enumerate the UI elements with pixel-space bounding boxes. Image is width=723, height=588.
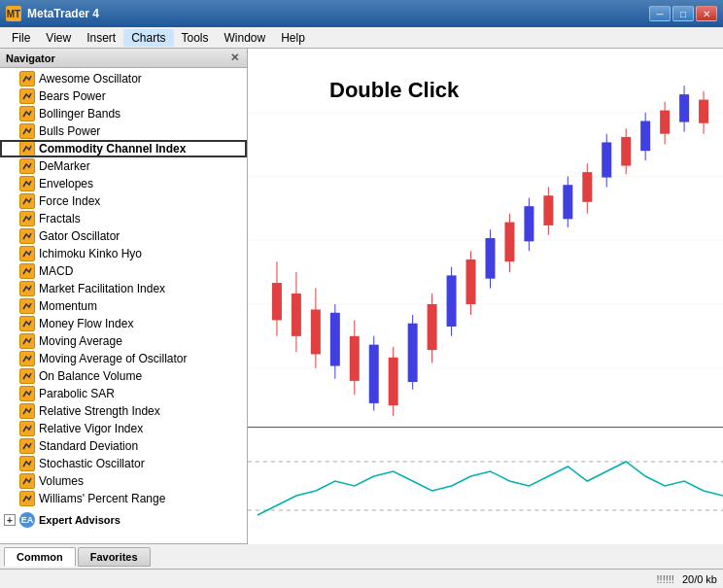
nav-label-mfi-market: Market Facilitation Index: [39, 282, 165, 295]
indicator-icon-volumes: [19, 473, 35, 489]
svg-rect-28: [486, 238, 496, 279]
nav-item-gator[interactable]: Gator Oscillator: [0, 227, 247, 245]
candlestick-chart[interactable]: Double Click: [248, 49, 723, 427]
nav-label-cci: Commodity Channel Index: [39, 142, 186, 156]
indicator-icon-std-dev: [19, 438, 35, 454]
nav-item-demarker[interactable]: DeMarker: [0, 157, 247, 175]
svg-rect-30: [504, 223, 514, 262]
svg-rect-24: [447, 275, 457, 327]
menu-file[interactable]: File: [4, 29, 38, 47]
navigator-title: Navigator: [6, 52, 55, 64]
nav-item-macd[interactable]: MACD: [0, 262, 247, 280]
menu-bar: File View Insert Charts Tools Window Hel…: [0, 27, 723, 49]
svg-rect-10: [311, 309, 321, 354]
svg-rect-20: [408, 324, 418, 382]
nav-label-volumes: Volumes: [39, 474, 84, 488]
menu-view[interactable]: View: [38, 29, 79, 47]
nav-item-moving-avg-osc[interactable]: Moving Average of Oscillator: [0, 350, 247, 367]
menu-insert[interactable]: Insert: [79, 29, 123, 47]
nav-item-williams[interactable]: Williams' Percent Range: [0, 490, 247, 507]
indicator-icon-gator: [19, 228, 35, 244]
expert-advisors-label: Expert Advisors: [39, 514, 120, 526]
nav-label-bollinger-bands: Bollinger Bands: [39, 107, 120, 121]
menu-tools[interactable]: Tools: [174, 29, 217, 47]
nav-item-fractals[interactable]: Fractals: [0, 210, 247, 227]
indicator-icon-bollinger: [19, 106, 35, 121]
chart-area[interactable]: Double Click: [248, 49, 723, 543]
nav-item-bulls-power[interactable]: Bulls Power: [0, 122, 247, 140]
svg-rect-44: [640, 121, 650, 152]
nav-label-demarker: DeMarker: [39, 159, 90, 173]
nav-item-bollinger-bands[interactable]: Bollinger Bands: [0, 105, 247, 122]
nav-item-bears-power[interactable]: Bears Power: [0, 87, 247, 105]
nav-item-parabolic[interactable]: Parabolic SAR: [0, 385, 247, 402]
svg-rect-22: [428, 304, 437, 350]
svg-rect-16: [369, 345, 379, 403]
expand-expert-icon: +: [4, 514, 16, 526]
nav-item-rsi[interactable]: Relative Strength Index: [0, 402, 247, 420]
nav-item-money-flow[interactable]: Money Flow Index: [0, 315, 247, 332]
nav-label-bulls-power: Bulls Power: [39, 124, 100, 138]
nav-item-std-dev[interactable]: Standard Deviation: [0, 437, 247, 455]
indicator-icon-mfi-market: [19, 281, 35, 296]
menu-help[interactable]: Help: [273, 29, 313, 47]
indicator-icon-bulls: [19, 123, 35, 139]
nav-item-envelopes[interactable]: Envelopes: [0, 175, 247, 192]
svg-rect-48: [679, 94, 689, 121]
nav-item-moving-avg[interactable]: Moving Average: [0, 332, 247, 350]
double-click-label: Double Click: [326, 78, 463, 103]
svg-rect-12: [330, 313, 340, 366]
minimize-button[interactable]: ─: [649, 6, 671, 21]
indicator-icon-cci: [19, 141, 35, 156]
indicator-icon-moving-avg: [19, 333, 35, 349]
nav-label-parabolic: Parabolic SAR: [39, 387, 115, 400]
window-controls: ─ □ ✕: [649, 6, 717, 21]
nav-label-momentum: Momentum: [39, 299, 97, 313]
indicator-svg: [248, 428, 723, 544]
nav-item-ichimoku[interactable]: Ichimoku Kinko Hyo: [0, 245, 247, 262]
app-icon: MT: [6, 6, 21, 21]
navigator-close-button[interactable]: ✕: [228, 52, 241, 64]
navigator-body[interactable]: Awesome Oscillator Bears Power Bollinger…: [0, 68, 247, 543]
indicator-icon-rvi: [19, 421, 35, 436]
indicator-icon-envelopes: [19, 176, 35, 191]
nav-label-bears-power: Bears Power: [39, 89, 106, 103]
indicator-chart: [248, 427, 723, 543]
svg-rect-51: [248, 428, 723, 544]
svg-rect-8: [292, 294, 301, 336]
svg-rect-18: [389, 358, 398, 405]
expert-advisors-group[interactable]: + EA Expert Advisors: [0, 509, 247, 531]
close-button[interactable]: ✕: [696, 6, 717, 21]
nav-label-gator: Gator Oscillator: [39, 229, 120, 243]
nav-item-mfi-market[interactable]: Market Facilitation Index: [0, 280, 247, 297]
nav-item-obv[interactable]: On Balance Volume: [0, 367, 247, 385]
svg-rect-32: [524, 206, 534, 241]
nav-item-momentum[interactable]: Momentum: [0, 297, 247, 315]
svg-rect-36: [563, 185, 572, 219]
menu-charts[interactable]: Charts: [123, 29, 173, 47]
status-bar: !!!!!! 20/0 kb: [0, 569, 723, 588]
menu-window[interactable]: Window: [217, 29, 274, 47]
svg-rect-42: [621, 137, 631, 166]
nav-label-ichimoku: Ichimoku Kinko Hyo: [39, 247, 142, 260]
nav-item-rvi[interactable]: Relative Vigor Index: [0, 420, 247, 437]
nav-item-cci[interactable]: Commodity Channel Index: [0, 140, 247, 157]
nav-label-stochastic: Stochastic Oscillator: [39, 457, 145, 470]
candlestick-svg: [248, 49, 723, 427]
tab-favorites[interactable]: Favorites: [78, 547, 151, 567]
indicator-icon-bears: [19, 88, 35, 104]
maximize-button[interactable]: □: [672, 6, 694, 21]
indicator-icon-momentum: [19, 298, 35, 314]
indicator-icon-fractals: [19, 211, 35, 226]
status-right: !!!!!! 20/0 kb: [657, 573, 717, 585]
nav-item-stochastic[interactable]: Stochastic Oscillator: [0, 455, 247, 472]
indicator-icon-obv: [19, 368, 35, 384]
nav-label-rsi: Relative Strength Index: [39, 404, 160, 418]
nav-item-force-index[interactable]: Force Index: [0, 192, 247, 210]
navigator-panel: Navigator ✕ Awesome Oscillator Bears Pow…: [0, 49, 248, 543]
tab-common[interactable]: Common: [4, 547, 76, 567]
nav-item-volumes[interactable]: Volumes: [0, 472, 247, 490]
nav-label-rvi: Relative Vigor Index: [39, 422, 143, 435]
nav-item-awesome-oscillator[interactable]: Awesome Oscillator: [0, 70, 247, 87]
bottom-tabs: Common Favorites: [0, 543, 723, 569]
